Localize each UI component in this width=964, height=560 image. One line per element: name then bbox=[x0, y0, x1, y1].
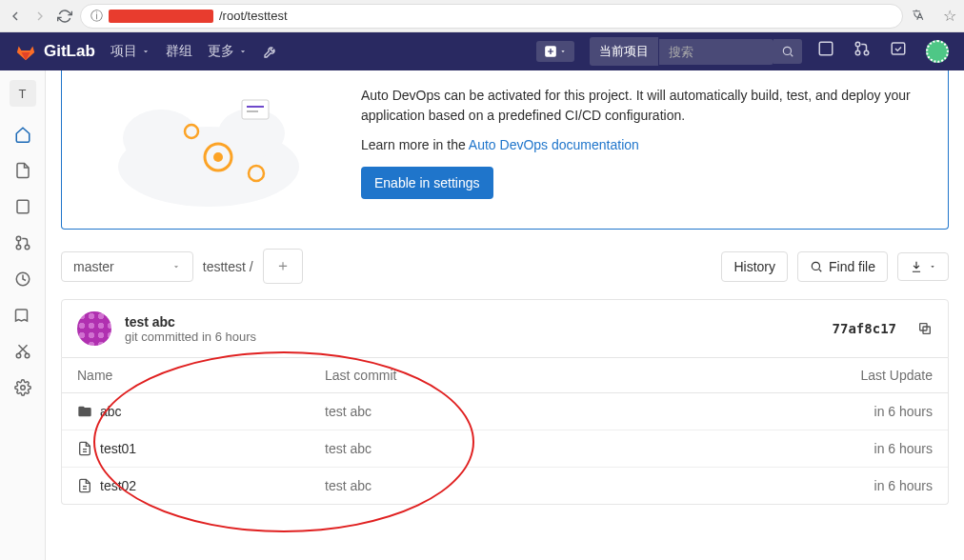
sidebar-wiki-icon[interactable] bbox=[14, 307, 31, 324]
chevron-down-icon bbox=[171, 262, 181, 271]
svg-point-4 bbox=[855, 50, 860, 55]
svg-point-14 bbox=[20, 386, 25, 390]
bookmark-icon[interactable]: ☆ bbox=[943, 7, 956, 25]
back-icon[interactable] bbox=[8, 9, 23, 24]
file-icon bbox=[77, 441, 92, 456]
search-icon bbox=[781, 45, 794, 58]
svg-point-13 bbox=[25, 353, 30, 358]
svg-point-3 bbox=[855, 42, 860, 47]
search-icon bbox=[810, 260, 823, 273]
project-sidebar: T bbox=[0, 70, 46, 560]
commit-sha[interactable]: 77af8c17 bbox=[833, 321, 896, 336]
add-to-tree-button[interactable]: ＋ bbox=[263, 249, 303, 284]
search-scope-label: 当前项目 bbox=[590, 37, 658, 66]
search-input[interactable] bbox=[659, 39, 773, 65]
folder-icon bbox=[77, 404, 92, 419]
enable-in-settings-button[interactable]: Enable in settings bbox=[361, 167, 493, 199]
sidebar-snippets-icon[interactable] bbox=[14, 343, 31, 360]
file-icon bbox=[77, 478, 92, 493]
content-area: Auto DevOps can be activated for this pr… bbox=[46, 70, 964, 560]
chevron-down-icon bbox=[238, 47, 248, 56]
file-tree-table: Name Last commit Last Update abctest abc… bbox=[61, 358, 949, 505]
nav-admin-wrench[interactable] bbox=[263, 44, 278, 59]
table-row[interactable]: test02test abcin 6 hours bbox=[62, 468, 948, 504]
breadcrumb: testtest / bbox=[203, 259, 253, 274]
file-name: test01 bbox=[100, 441, 136, 456]
table-row[interactable]: abctest abcin 6 hours bbox=[62, 393, 948, 430]
translate-icon[interactable] bbox=[911, 8, 928, 25]
file-last-update: in 6 hours bbox=[818, 441, 933, 456]
chevron-down-icon bbox=[929, 263, 936, 270]
browser-chrome: ⓘ /root/testtest ☆ bbox=[0, 0, 964, 32]
gitlab-logo-icon bbox=[15, 41, 36, 62]
svg-rect-22 bbox=[242, 100, 269, 119]
svg-point-1 bbox=[783, 47, 791, 54]
wrench-icon bbox=[263, 44, 278, 59]
url-redacted bbox=[109, 10, 213, 23]
svg-point-25 bbox=[812, 262, 819, 270]
tree-controls: master testtest / ＋ History Find file bbox=[61, 249, 949, 284]
table-header-commit: Last commit bbox=[325, 368, 818, 383]
file-last-update: in 6 hours bbox=[818, 404, 933, 419]
commit-meta: git committed in 6 hours bbox=[125, 330, 819, 344]
copy-sha-button[interactable] bbox=[917, 321, 933, 336]
file-name: test02 bbox=[100, 478, 136, 493]
svg-rect-2 bbox=[819, 42, 833, 55]
nav-projects[interactable]: 项目 bbox=[110, 43, 151, 60]
project-avatar[interactable]: T bbox=[10, 80, 36, 107]
gitlab-logo[interactable]: GitLab bbox=[15, 41, 95, 62]
download-icon bbox=[910, 260, 923, 273]
plus-icon bbox=[544, 45, 557, 58]
gitlab-topnav: GitLab 项目 群组 更多 当前项目 bbox=[0, 32, 964, 70]
banner-learn-prefix: Learn more in the bbox=[361, 137, 469, 152]
download-button[interactable] bbox=[897, 252, 949, 281]
breadcrumb-root[interactable]: testtest bbox=[203, 259, 246, 274]
svg-point-9 bbox=[16, 245, 21, 250]
new-dropdown[interactable] bbox=[536, 41, 574, 62]
svg-rect-7 bbox=[17, 200, 29, 213]
nav-groups[interactable]: 群组 bbox=[166, 43, 192, 60]
auto-devops-banner: Auto DevOps can be activated for this pr… bbox=[61, 70, 949, 230]
banner-description: Auto DevOps can be activated for this pr… bbox=[361, 86, 925, 126]
history-button[interactable]: History bbox=[721, 251, 788, 282]
info-icon: ⓘ bbox=[90, 8, 103, 25]
user-avatar[interactable] bbox=[926, 40, 949, 63]
search-button[interactable] bbox=[773, 39, 802, 64]
sidebar-repository-icon[interactable] bbox=[14, 162, 31, 179]
chevron-down-icon bbox=[559, 48, 567, 55]
issues-icon[interactable] bbox=[817, 40, 834, 63]
sidebar-issues-icon[interactable] bbox=[14, 198, 31, 215]
url-text: /root/testtest bbox=[219, 9, 288, 23]
auto-devops-docs-link[interactable]: Auto DevOps documentation bbox=[469, 137, 639, 152]
brand-text: GitLab bbox=[44, 42, 95, 61]
svg-point-19 bbox=[213, 152, 223, 162]
find-file-button[interactable]: Find file bbox=[797, 251, 888, 282]
svg-point-8 bbox=[16, 236, 21, 241]
file-last-commit: test abc bbox=[325, 478, 818, 493]
svg-point-5 bbox=[864, 50, 869, 55]
chevron-down-icon bbox=[141, 47, 151, 56]
file-last-update: in 6 hours bbox=[818, 478, 933, 493]
branch-selector[interactable]: master bbox=[61, 251, 193, 282]
sidebar-home-icon[interactable] bbox=[14, 126, 31, 143]
svg-point-12 bbox=[16, 353, 21, 358]
url-bar[interactable]: ⓘ /root/testtest bbox=[80, 4, 903, 29]
nav-more[interactable]: 更多 bbox=[208, 43, 248, 60]
commit-title[interactable]: test abc bbox=[125, 314, 819, 330]
svg-rect-6 bbox=[892, 43, 905, 54]
merge-requests-icon[interactable] bbox=[854, 40, 871, 63]
sidebar-settings-icon[interactable] bbox=[14, 379, 31, 396]
file-name: abc bbox=[100, 404, 122, 419]
todos-icon[interactable] bbox=[890, 40, 907, 63]
file-last-commit: test abc bbox=[325, 441, 818, 456]
sidebar-merge-requests-icon[interactable] bbox=[14, 234, 31, 251]
last-commit-panel: test abc git committed in 6 hours 77af8c… bbox=[61, 299, 949, 358]
file-last-commit: test abc bbox=[325, 404, 818, 419]
commit-author-avatar bbox=[77, 311, 111, 346]
table-header-name: Name bbox=[77, 368, 325, 383]
svg-point-10 bbox=[25, 245, 30, 250]
table-row[interactable]: test01test abcin 6 hours bbox=[62, 430, 948, 468]
sidebar-cicd-icon[interactable] bbox=[14, 270, 31, 288]
forward-icon bbox=[32, 9, 48, 24]
reload-icon[interactable] bbox=[57, 9, 72, 24]
